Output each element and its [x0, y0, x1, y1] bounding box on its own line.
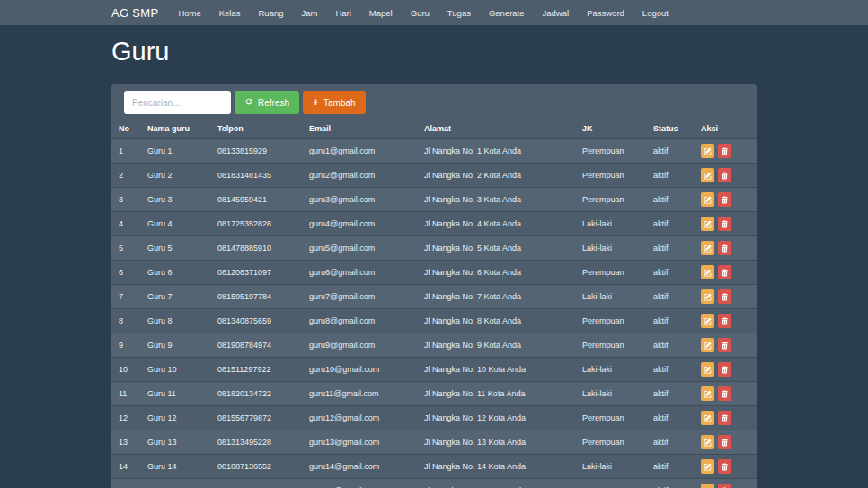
edit-button[interactable] [701, 241, 714, 255]
pencil-square-icon [704, 460, 712, 474]
nav-item-generate[interactable]: Generate [480, 0, 534, 25]
nav-item-tugas[interactable]: Tugas [438, 0, 480, 25]
edit-button[interactable] [701, 289, 714, 304]
edit-button[interactable] [701, 217, 714, 231]
nav-item-hari[interactable]: Hari [326, 0, 359, 25]
row-actions [701, 411, 749, 425]
trash-icon [721, 290, 729, 304]
cell-jk: Perempuan [575, 164, 646, 188]
edit-button[interactable] [701, 265, 714, 279]
edit-button[interactable] [701, 411, 714, 425]
pencil-square-icon [704, 217, 712, 231]
cell-telpon: 08133815929 [210, 139, 302, 164]
cell-email: guru7@gmail.com [302, 285, 417, 309]
edit-button[interactable] [701, 338, 714, 352]
nav-item-password[interactable]: Password [578, 0, 633, 25]
delete-button[interactable] [718, 314, 731, 328]
nav-item-label: Generate [489, 8, 525, 18]
table-row: 11 Guru 11 081820134722 guru11@gmail.com… [111, 382, 757, 406]
delete-button[interactable] [718, 338, 731, 352]
delete-button[interactable] [718, 459, 731, 474]
nav-item-home[interactable]: Home [169, 0, 209, 25]
delete-button[interactable] [718, 289, 731, 304]
cell-email: guru14@gmail.com [302, 455, 417, 479]
cell-jk: Laki-laki [575, 236, 646, 261]
edit-button[interactable] [701, 314, 714, 328]
nav-item-label: Tugas [447, 8, 471, 18]
brand-logo[interactable]: AG SMP [111, 6, 158, 20]
cell-alamat: Jl Nangka No. 3 Kota Anda [417, 188, 575, 212]
nav-item-jadwal[interactable]: Jadwal [534, 0, 579, 25]
table-row: 5 Guru 5 081478885910 guru5@gmail.com Jl… [111, 236, 757, 261]
edit-button[interactable] [701, 192, 714, 207]
cell-nama-guru: Guru 6 [140, 261, 210, 285]
cell-telpon: 081511297922 [210, 358, 302, 382]
refresh-button[interactable]: Refresh [235, 91, 299, 114]
delete-button[interactable] [718, 241, 731, 255]
nav-item-label: Mapel [369, 8, 393, 18]
delete-button[interactable] [718, 484, 731, 488]
cell-no: 7 [111, 285, 140, 309]
nav-item-guru[interactable]: Guru [402, 0, 438, 25]
row-actions [701, 168, 749, 182]
trash-icon [721, 460, 729, 474]
cell-jk: Laki-laki [575, 382, 646, 406]
cell-status: aktif [646, 430, 694, 455]
cell-alamat: Jl Nangka No. 6 Kota Anda [417, 261, 575, 285]
table-row: 15 Guru 15 081485197106 guru15@gmail.com… [111, 479, 757, 488]
nav-item-jam[interactable]: Jam [292, 0, 326, 25]
cell-status: aktif [646, 382, 694, 406]
delete-button[interactable] [718, 411, 731, 425]
cell-no: 9 [111, 333, 140, 358]
table-row: 12 Guru 12 081556779872 guru12@gmail.com… [111, 406, 757, 430]
edit-button[interactable] [701, 386, 714, 401]
edit-button[interactable] [701, 459, 714, 474]
toolbar: Refresh + Tambah [111, 84, 757, 114]
delete-button[interactable] [718, 386, 731, 401]
edit-button[interactable] [701, 144, 714, 158]
delete-button[interactable] [718, 168, 731, 182]
tambah-button[interactable]: + Tambah [303, 91, 366, 114]
pencil-square-icon [704, 193, 712, 207]
cell-telpon: 081340875659 [210, 309, 302, 333]
nav-item-kelas[interactable]: Kelas [210, 0, 250, 25]
cell-status: aktif [646, 188, 694, 212]
cell-alamat: Jl Nangka No. 5 Kota Anda [417, 236, 575, 261]
delete-button[interactable] [718, 435, 731, 449]
trash-icon [721, 242, 729, 255]
edit-button[interactable] [701, 362, 714, 377]
cell-alamat: Jl Nangka No. 14 Kota Anda [417, 455, 575, 479]
title-divider [111, 75, 757, 75]
trash-icon [721, 363, 729, 377]
delete-button[interactable] [718, 192, 731, 207]
edit-button[interactable] [701, 168, 714, 182]
delete-button[interactable] [718, 217, 731, 231]
cell-email: guru15@gmail.com [302, 479, 417, 488]
cell-telpon: 081485197106 [210, 479, 302, 488]
cell-email: guru6@gmail.com [302, 261, 417, 285]
nav-item-label: Ruang [258, 8, 283, 18]
cell-jk: Laki-laki [575, 212, 646, 236]
cell-jk: Perempuan [575, 479, 646, 488]
pencil-square-icon [704, 339, 712, 352]
column-header-no: No [111, 119, 140, 139]
table-row: 4 Guru 4 081725352828 guru4@gmail.com Jl… [111, 212, 757, 236]
edit-button[interactable] [701, 435, 714, 449]
cell-no: 5 [111, 236, 140, 261]
cell-jk: Laki-laki [575, 455, 646, 479]
cell-jk: Perempuan [575, 188, 646, 212]
delete-button[interactable] [718, 265, 731, 279]
nav-item-mapel[interactable]: Mapel [360, 0, 402, 25]
nav-item-logout[interactable]: Logout [633, 0, 678, 25]
cell-jk: Perempuan [575, 333, 646, 358]
table-row: 7 Guru 7 081595197784 guru7@gmail.com Jl… [111, 285, 757, 309]
plus-icon: + [313, 97, 319, 108]
trash-icon [721, 169, 729, 182]
search-input[interactable] [124, 91, 231, 114]
cell-telpon: 081556779872 [210, 406, 302, 430]
edit-button[interactable] [701, 484, 714, 488]
cell-telpon: 081908784974 [210, 333, 302, 358]
delete-button[interactable] [718, 362, 731, 377]
nav-item-ruang[interactable]: Ruang [249, 0, 292, 25]
delete-button[interactable] [718, 144, 731, 158]
